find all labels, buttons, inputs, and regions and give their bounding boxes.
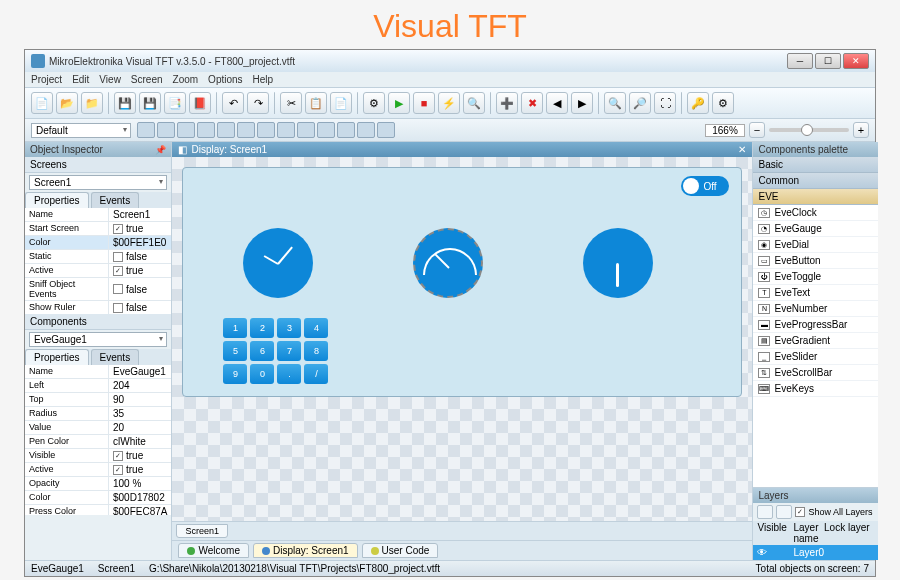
zoom-slider[interactable] xyxy=(769,128,849,132)
prop-row[interactable]: NameScreen1 xyxy=(25,208,171,222)
keypad-key[interactable]: 7 xyxy=(277,341,301,361)
prop-row[interactable]: Pen ColorclWhite xyxy=(25,435,171,449)
undo-icon[interactable]: ↶ xyxy=(222,92,244,114)
menu-project[interactable]: Project xyxy=(31,74,62,85)
keypad-key[interactable]: 6 xyxy=(250,341,274,361)
layer-visible-icon[interactable]: 👁 xyxy=(757,547,793,558)
save-all-icon[interactable]: 💾 xyxy=(139,92,161,114)
align-top-icon[interactable] xyxy=(197,122,215,138)
menu-zoom[interactable]: Zoom xyxy=(173,74,199,85)
cat-basic[interactable]: Basic xyxy=(753,157,878,173)
stop-icon[interactable]: ■ xyxy=(413,92,435,114)
component-props-grid[interactable]: NameEveGauge1Left204Top90Radius35Value20… xyxy=(25,365,171,515)
add-screen-icon[interactable]: ➕ xyxy=(496,92,518,114)
palette-item[interactable]: ▬EveProgressBar xyxy=(753,317,878,333)
keypad-key[interactable]: 1 xyxy=(223,318,247,338)
show-all-check[interactable] xyxy=(795,507,805,517)
screen-surface[interactable]: Off 1234567890./ xyxy=(182,167,742,397)
open-icon[interactable]: 📂 xyxy=(56,92,78,114)
zoom-input[interactable] xyxy=(705,124,745,137)
same-height-icon[interactable] xyxy=(317,122,335,138)
prop-row[interactable]: Activetrue xyxy=(25,463,171,477)
prop-row[interactable]: Staticfalse xyxy=(25,250,171,264)
prop-row[interactable]: Radius35 xyxy=(25,407,171,421)
delete-screen-icon[interactable]: ✖ xyxy=(521,92,543,114)
dist-h-icon[interactable] xyxy=(257,122,275,138)
align-center-icon[interactable] xyxy=(157,122,175,138)
same-size-icon[interactable] xyxy=(337,122,355,138)
menu-view[interactable]: View xyxy=(99,74,121,85)
find-icon[interactable]: 🔍 xyxy=(463,92,485,114)
palette-item[interactable]: ◔EveGauge xyxy=(753,221,878,237)
palette-item[interactable]: ⏻EveToggle xyxy=(753,269,878,285)
eve-clock[interactable] xyxy=(243,228,313,298)
prop-row[interactable]: Opacity100 % xyxy=(25,477,171,491)
menu-edit[interactable]: Edit xyxy=(72,74,89,85)
palette-item[interactable]: NEveNumber xyxy=(753,301,878,317)
prev-icon[interactable]: ◀ xyxy=(546,92,568,114)
menu-help[interactable]: Help xyxy=(253,74,274,85)
zoom-minus-icon[interactable]: − xyxy=(749,122,765,138)
tab-events[interactable]: Events xyxy=(91,192,140,208)
palette-item[interactable]: TEveText xyxy=(753,285,878,301)
prop-row[interactable]: NameEveGauge1 xyxy=(25,365,171,379)
eve-gauge-selected[interactable] xyxy=(413,228,483,298)
redo-icon[interactable]: ↷ xyxy=(247,92,269,114)
prop-row[interactable]: Press Color$00FEC87A xyxy=(25,505,171,515)
cat-eve[interactable]: EVE xyxy=(753,189,878,205)
tab-events-2[interactable]: Events xyxy=(91,349,140,365)
build-icon[interactable]: ▶ xyxy=(388,92,410,114)
zoom-plus-icon[interactable]: + xyxy=(853,122,869,138)
titlebar[interactable]: MikroElektronika Visual TFT v.3.5.0 - FT… xyxy=(25,50,875,72)
minimize-button[interactable]: ─ xyxy=(787,53,813,69)
menu-options[interactable]: Options xyxy=(208,74,242,85)
layers-header[interactable]: Layers xyxy=(753,488,878,503)
prop-row[interactable]: Value20 xyxy=(25,421,171,435)
nav-welcome[interactable]: Welcome xyxy=(178,543,249,558)
zoom-fit-icon[interactable]: ⛶ xyxy=(654,92,676,114)
export-icon[interactable]: 📑 xyxy=(164,92,186,114)
align-bottom-icon[interactable] xyxy=(237,122,255,138)
prop-row[interactable]: Top90 xyxy=(25,393,171,407)
keypad-key[interactable]: 8 xyxy=(304,341,328,361)
inspector-header[interactable]: Object Inspector📌 xyxy=(25,142,171,157)
add-layer-icon[interactable] xyxy=(757,505,773,519)
maximize-button[interactable]: ☐ xyxy=(815,53,841,69)
canvas-close-icon[interactable]: ✕ xyxy=(738,144,746,155)
eve-keys[interactable]: 1234567890./ xyxy=(223,318,328,384)
prop-row[interactable]: Color$00D17802 xyxy=(25,491,171,505)
copy-icon[interactable]: 📋 xyxy=(305,92,327,114)
prop-row[interactable]: Activetrue xyxy=(25,264,171,278)
key-icon[interactable]: 🔑 xyxy=(687,92,709,114)
settings-icon[interactable]: ⚙ xyxy=(363,92,385,114)
screen-combo[interactable]: Screen1 xyxy=(29,175,167,190)
keypad-key[interactable]: 9 xyxy=(223,364,247,384)
prop-row[interactable]: Start Screentrue xyxy=(25,222,171,236)
palette-item[interactable]: ▤EveGradient xyxy=(753,333,878,349)
palette-item[interactable]: ◉EveDial xyxy=(753,237,878,253)
prop-row[interactable]: Color$00FEF1E0 xyxy=(25,236,171,250)
palette-item[interactable]: ⎯EveSlider xyxy=(753,349,878,365)
prop-row[interactable]: Left204 xyxy=(25,379,171,393)
eve-dial[interactable] xyxy=(583,228,653,298)
keypad-key[interactable]: 4 xyxy=(304,318,328,338)
palette-item[interactable]: ⇅EveScrollBar xyxy=(753,365,878,381)
save-icon[interactable]: 💾 xyxy=(114,92,136,114)
zoom-out-icon[interactable]: 🔎 xyxy=(629,92,651,114)
layout-combo[interactable]: Default xyxy=(31,123,131,138)
keypad-key[interactable]: 2 xyxy=(250,318,274,338)
same-width-icon[interactable] xyxy=(297,122,315,138)
paste-icon[interactable]: 📄 xyxy=(330,92,352,114)
center-h-icon[interactable] xyxy=(357,122,375,138)
tab-properties-2[interactable]: Properties xyxy=(25,349,89,365)
close-project-icon[interactable]: 📕 xyxy=(189,92,211,114)
keypad-key[interactable]: . xyxy=(277,364,301,384)
prop-row[interactable]: Visibletrue xyxy=(25,449,171,463)
palette-item[interactable]: ⌨EveKeys xyxy=(753,381,878,397)
nav-display[interactable]: Display: Screen1 xyxy=(253,543,358,558)
center-v-icon[interactable] xyxy=(377,122,395,138)
cut-icon[interactable]: ✂ xyxy=(280,92,302,114)
canvas-header[interactable]: ◧ Display: Screen1✕ xyxy=(172,142,752,157)
nav-usercode[interactable]: User Code xyxy=(362,543,439,558)
keypad-key[interactable]: 5 xyxy=(223,341,247,361)
